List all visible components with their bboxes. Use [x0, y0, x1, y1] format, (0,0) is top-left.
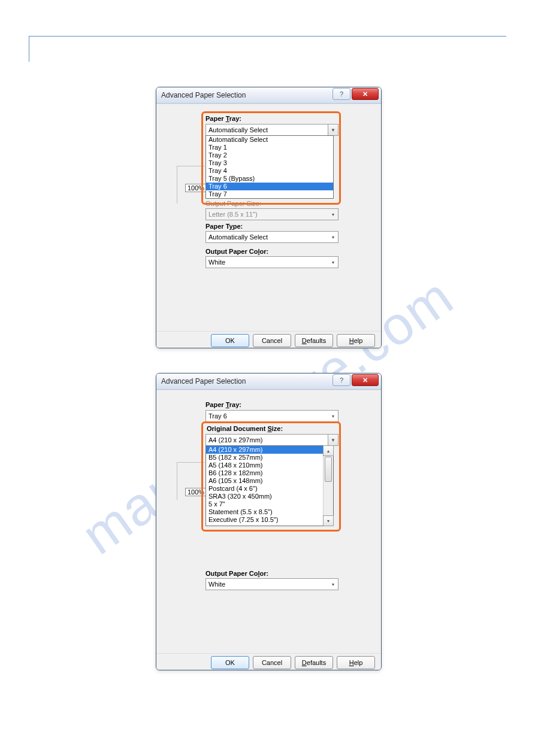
list-item[interactable]: Tray 3: [206, 159, 333, 167]
ok-button[interactable]: OK: [211, 656, 249, 669]
original-document-size-selected: A4 (210 x 297mm): [208, 436, 262, 444]
dialog-body: 100% Paper Tray: Tray 6 ▾ Original Docum…: [156, 390, 381, 653]
defaults-button[interactable]: Defaults: [295, 334, 333, 347]
list-item[interactable]: SRA3 (320 x 450mm): [206, 493, 333, 500]
list-item[interactable]: Tray 5 (Bypass): [206, 175, 333, 183]
paper-type-select[interactable]: Automatically Select ▾: [205, 231, 338, 243]
list-item[interactable]: Tray 2: [206, 151, 333, 159]
output-paper-color-select[interactable]: White ▾: [205, 578, 338, 590]
output-paper-color-value: White: [208, 259, 225, 266]
list-item[interactable]: Tray 7: [206, 190, 333, 198]
list-item[interactable]: Postcard (4 x 6"): [206, 485, 333, 493]
dialog-footer: OK Cancel Defaults Help: [156, 331, 381, 348]
dropdown-arrow-icon: ▼: [328, 125, 338, 135]
scroll-down-button[interactable]: ▾: [323, 515, 334, 526]
paper-tray-label: Paper Tray:: [205, 401, 241, 408]
advanced-paper-selection-dialog-2: Advanced Paper Selection ? ✕ 100% Paper …: [156, 373, 382, 670]
dropdown-arrow-icon: ▾: [328, 411, 338, 421]
dialog-footer: OK Cancel Defaults Help: [156, 653, 381, 670]
dialog-title: Advanced Paper Selection: [161, 91, 246, 99]
list-item[interactable]: 5 x 7": [206, 500, 333, 508]
output-paper-color-select[interactable]: White ▾: [205, 256, 338, 268]
paper-tray-select[interactable]: Tray 6 ▾: [205, 410, 338, 422]
list-item[interactable]: Statement (5.5 x 8.5"): [206, 508, 333, 516]
paper-type-value: Automatically Select: [208, 233, 268, 241]
cancel-button[interactable]: Cancel: [253, 334, 291, 347]
list-item[interactable]: Automatically Select: [206, 136, 333, 144]
list-item-selected[interactable]: A4 (210 x 297mm): [206, 446, 333, 454]
list-item[interactable]: A6 (105 x 148mm): [206, 477, 333, 485]
defaults-button[interactable]: Defaults: [295, 656, 333, 669]
dropdown-arrow-icon: ▾: [328, 209, 338, 220]
dialog-body: 100% Paper Tray: Automatically Select ▼ …: [156, 104, 381, 331]
dropdown-arrow-icon: ▾: [328, 232, 338, 242]
scrollbar[interactable]: ▴ ▾: [323, 446, 333, 526]
cancel-button[interactable]: Cancel: [253, 656, 291, 669]
output-paper-color-value: White: [208, 581, 225, 588]
dropdown-arrow-icon: ▼: [328, 435, 338, 445]
paper-tray-select[interactable]: Automatically Select ▼: [205, 124, 338, 136]
dropdown-arrow-icon: ▾: [328, 257, 338, 268]
paper-tray-label: Paper Tray:: [205, 115, 241, 122]
list-item[interactable]: B5 (182 x 257mm): [206, 454, 333, 462]
dropdown-arrow-icon: ▾: [328, 579, 338, 590]
paper-tray-listbox[interactable]: Automatically Select Tray 1 Tray 2 Tray …: [205, 135, 334, 199]
paper-tray-selected: Automatically Select: [208, 126, 268, 133]
original-document-size-select[interactable]: A4 (210 x 297mm) ▼: [205, 434, 338, 446]
original-document-size-listbox[interactable]: A4 (210 x 297mm) B5 (182 x 257mm) A5 (14…: [205, 445, 334, 526]
list-item[interactable]: Tray 1: [206, 144, 333, 151]
page-header-rule: [29, 36, 506, 62]
close-button[interactable]: ✕: [352, 88, 379, 100]
list-item[interactable]: Executive (7.25 x 10.5"): [206, 516, 333, 524]
titlebar-help-button[interactable]: ?: [333, 374, 350, 386]
paper-type-label: Paper Type:: [205, 223, 243, 230]
advanced-paper-selection-dialog-1: Advanced Paper Selection ? ✕ 100% Paper …: [156, 87, 382, 348]
zoom-badge: 100%: [185, 488, 207, 496]
list-item[interactable]: Tray 4: [206, 167, 333, 175]
titlebar[interactable]: Advanced Paper Selection ? ✕: [156, 87, 381, 104]
zoom-badge: 100%: [185, 184, 207, 192]
output-paper-color-label: Output Paper Color:: [205, 570, 268, 577]
ok-button[interactable]: OK: [211, 334, 249, 347]
scroll-up-button[interactable]: ▴: [323, 445, 334, 456]
output-paper-color-label: Output Paper Color:: [205, 248, 268, 255]
close-button[interactable]: ✕: [352, 374, 379, 386]
list-item[interactable]: A5 (148 x 210mm): [206, 462, 333, 469]
help-button[interactable]: Help: [337, 656, 375, 669]
dialog-title: Advanced Paper Selection: [161, 377, 246, 385]
original-document-size-label: Original Document Size:: [207, 425, 283, 432]
list-item[interactable]: B6 (128 x 182mm): [206, 469, 333, 477]
titlebar[interactable]: Advanced Paper Selection ? ✕: [156, 374, 381, 390]
paper-tray-selected: Tray 6: [208, 412, 227, 420]
scroll-thumb[interactable]: [325, 457, 332, 482]
help-button[interactable]: Help: [337, 334, 375, 347]
output-paper-size-value: Letter (8.5 x 11"): [208, 211, 258, 218]
output-paper-size-label: Output Paper Size:: [205, 200, 261, 207]
output-paper-size-select: Letter (8.5 x 11") ▾: [205, 208, 338, 220]
list-item-selected[interactable]: Tray 6: [206, 183, 333, 190]
titlebar-help-button[interactable]: ?: [333, 88, 350, 100]
